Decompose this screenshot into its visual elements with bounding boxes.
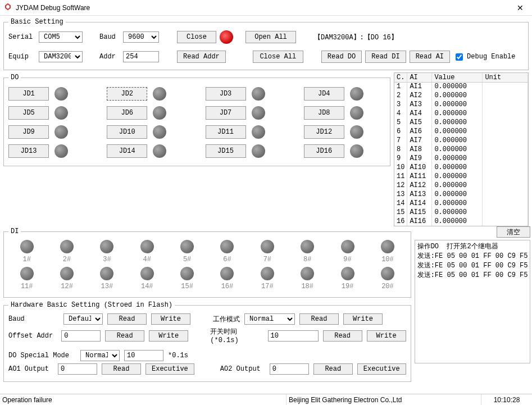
- table-row[interactable]: 2AI20.000000: [394, 91, 528, 100]
- do-button-jd12[interactable]: JD12: [304, 125, 344, 139]
- do-led: [54, 87, 68, 101]
- do-cell: JD8: [304, 106, 385, 120]
- table-row[interactable]: 13AI130.000000: [394, 190, 528, 199]
- serial-select[interactable]: COM5: [39, 31, 83, 43]
- di-cell: 5#: [172, 240, 202, 263]
- table-row[interactable]: 12AI120.000000: [394, 181, 528, 190]
- debug-enable-checkbox[interactable]: Debug Enable: [453, 52, 515, 62]
- hw-workmode-write-button[interactable]: Write: [343, 313, 383, 325]
- ao1-exec-button[interactable]: Executive: [145, 363, 194, 375]
- di-led: [140, 240, 154, 253]
- debug-enable-input[interactable]: [456, 53, 463, 61]
- do-special-time-input[interactable]: [124, 350, 163, 361]
- addr-input[interactable]: [123, 51, 159, 62]
- do-cell: JD7: [206, 106, 287, 120]
- table-row[interactable]: 15AI150.000000: [394, 208, 528, 217]
- di-cell: 20#: [372, 267, 402, 290]
- do-button-jd5[interactable]: JD5: [8, 106, 49, 120]
- clear-log-button[interactable]: 清空: [497, 226, 530, 238]
- hw-workmode-select[interactable]: Normal: [244, 313, 295, 325]
- ai-col-idx[interactable]: C.: [394, 73, 407, 82]
- table-row[interactable]: 9AI90.000000: [394, 154, 528, 163]
- table-row[interactable]: 14AI140.000000: [394, 199, 528, 208]
- ao2-read-button[interactable]: Read: [313, 363, 353, 375]
- ai-table: C. AI Value Unit 1AI10.0000002AI20.00000…: [394, 73, 528, 226]
- close-all-button[interactable]: Close All: [253, 51, 303, 63]
- hw-switchtime-write-button[interactable]: Write: [367, 330, 406, 342]
- do-button-jd6[interactable]: JD6: [107, 106, 147, 120]
- di-led: [20, 240, 34, 253]
- di-label: 18#: [301, 283, 313, 290]
- do-button-jd16[interactable]: JD16: [304, 144, 344, 158]
- hw-offset-read-button[interactable]: Read: [105, 330, 144, 342]
- read-addr-button[interactable]: Read Addr: [177, 51, 226, 63]
- read-do-button[interactable]: Read DO: [321, 51, 362, 63]
- hw-offset-write-button[interactable]: Write: [149, 330, 188, 342]
- ai-col-name[interactable]: AI: [407, 73, 432, 82]
- table-row[interactable]: 7AI70.000000: [394, 136, 528, 145]
- do-button-jd7[interactable]: JD7: [206, 106, 246, 120]
- table-row[interactable]: 16AI160.000000: [394, 217, 528, 226]
- ai-col-unit[interactable]: Unit: [483, 73, 528, 82]
- do-button-jd15[interactable]: JD15: [206, 144, 246, 158]
- ao2-input[interactable]: [270, 363, 309, 375]
- di-led: [60, 267, 74, 280]
- di-led: [381, 240, 394, 253]
- baud-select[interactable]: 9600: [123, 31, 159, 43]
- table-row[interactable]: 1AI10.000000: [394, 82, 528, 91]
- titlebar: JYDAM Debug SoftWare ✕: [0, 0, 532, 16]
- do-button-jd10[interactable]: JD10: [107, 125, 147, 139]
- di-label: 11#: [21, 283, 33, 290]
- do-cell: JD15: [206, 144, 287, 158]
- do-button-jd4[interactable]: JD4: [304, 87, 344, 101]
- di-label: 13#: [101, 283, 113, 290]
- do-special-select[interactable]: Normal: [80, 350, 120, 361]
- hw-offset-input[interactable]: [61, 330, 101, 342]
- di-label: 10#: [381, 256, 394, 263]
- di-label: 1#: [22, 256, 30, 263]
- hw-baud-select[interactable]: Default: [63, 313, 103, 325]
- table-row[interactable]: 10AI100.000000: [394, 163, 528, 172]
- close-port-button[interactable]: Close: [177, 31, 216, 43]
- di-label: 19#: [342, 283, 354, 290]
- equip-select[interactable]: DAM3200A: [39, 51, 83, 62]
- do-button-jd8[interactable]: JD8: [304, 106, 344, 120]
- do-cell: JD9: [8, 125, 90, 139]
- hw-switchtime-input[interactable]: [268, 330, 319, 342]
- table-row[interactable]: 6AI60.000000: [394, 127, 528, 136]
- do-button-jd2[interactable]: JD2: [107, 87, 147, 101]
- do-special-unit: *0.1s: [168, 352, 188, 360]
- ai-col-value[interactable]: Value: [432, 73, 483, 82]
- do-cell: JD5: [8, 106, 90, 120]
- do-led: [252, 87, 265, 101]
- do-cell: JD4: [304, 87, 385, 101]
- table-row[interactable]: 5AI50.000000: [394, 118, 528, 127]
- open-all-button[interactable]: Open All: [245, 31, 296, 43]
- di-led: [261, 240, 274, 253]
- table-row[interactable]: 3AI30.000000: [394, 100, 528, 109]
- log-textarea[interactable]: 操作DO 打开第2个继电器 发送:FE 05 00 01 FF 00 C9 F5…: [415, 240, 531, 363]
- table-row[interactable]: 11AI110.000000: [394, 172, 528, 181]
- di-cell: 4#: [132, 240, 162, 263]
- hw-baud-write-button[interactable]: Write: [151, 313, 190, 325]
- do-button-jd14[interactable]: JD14: [107, 144, 147, 158]
- table-row[interactable]: 4AI40.000000: [394, 109, 528, 118]
- ao2-exec-button[interactable]: Executive: [357, 363, 406, 375]
- read-ai-button[interactable]: Read AI: [410, 51, 450, 63]
- di-cell: 6#: [212, 240, 242, 263]
- read-di-button[interactable]: Read DI: [365, 51, 406, 63]
- hw-switchtime-read-button[interactable]: Read: [323, 330, 362, 342]
- table-row[interactable]: 8AI80.000000: [394, 145, 528, 154]
- window-close-button[interactable]: ✕: [512, 3, 529, 12]
- ao1-input[interactable]: [58, 363, 97, 375]
- do-button-jd13[interactable]: JD13: [8, 144, 49, 158]
- di-label: 2#: [63, 256, 71, 263]
- hw-workmode-read-button[interactable]: Read: [299, 313, 339, 325]
- do-button-jd9[interactable]: JD9: [8, 125, 49, 139]
- do-button-jd3[interactable]: JD3: [206, 87, 246, 101]
- hw-baud-read-button[interactable]: Read: [107, 313, 147, 325]
- do-button-jd1[interactable]: JD1: [8, 87, 49, 101]
- do-button-jd11[interactable]: JD11: [206, 125, 246, 139]
- do-cell: JD13: [8, 144, 90, 158]
- ao1-read-button[interactable]: Read: [102, 363, 141, 375]
